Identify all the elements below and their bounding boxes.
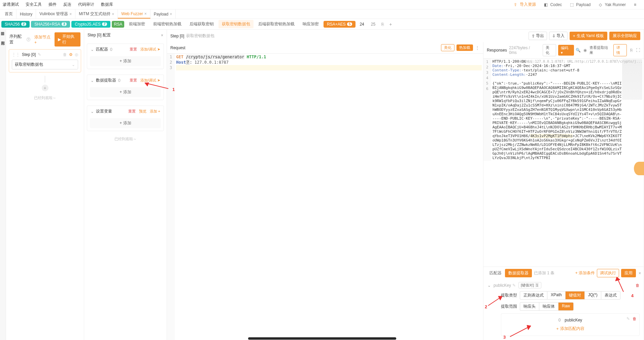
export-button[interactable]: ⇪导出 — [529, 32, 547, 40]
add-variable-button[interactable]: 添加 — [90, 118, 161, 128]
add-debug-link[interactable]: 添加/调试 ➤ — [140, 47, 160, 52]
ptab-backend-get-key[interactable]: 后端获取密钥 — [186, 20, 217, 28]
encode-button[interactable]: 编码 ▾ — [558, 45, 574, 56]
chevron-down-icon[interactable]: ⌄ — [91, 78, 94, 83]
chevron-down-icon[interactable]: ⌄ — [91, 47, 94, 52]
pill-cryptojs-aes[interactable]: CryptoJS.AES7 — [71, 21, 110, 28]
tab-mitm[interactable]: MITM 交互式劫持× — [75, 9, 118, 19]
menu-security-tools[interactable]: 安全工具 — [26, 2, 42, 7]
delete-icon[interactable]: 🗑 — [633, 316, 637, 321]
add-step-button[interactable]: + — [42, 85, 48, 91]
type-expr[interactable]: 表达式 — [601, 291, 620, 299]
collapse-button[interactable] — [631, 2, 641, 8]
beautify-resp-button[interactable]: 美化 — [543, 44, 556, 56]
pill-rsa-aes[interactable]: RSA+AES5 — [324, 21, 355, 28]
import-resource-button[interactable]: 导入资源 — [511, 1, 539, 8]
drag-icon[interactable]: ⋮⋮ — [12, 52, 20, 57]
start-exec-button[interactable]: ▶开始执行 — [55, 32, 80, 47]
menu-database[interactable]: 数据库 — [101, 2, 113, 7]
ptab-frontend-encrypt[interactable]: 前端加密 — [126, 20, 148, 28]
delete-icon[interactable]: 🗑 — [636, 283, 640, 288]
pill-sha256[interactable]: SHA2562 — [1, 21, 30, 28]
reset-link[interactable]: 重置 — [130, 78, 137, 83]
expand-icon[interactable]: ⛶ — [636, 48, 640, 53]
etab-matcher[interactable]: 匹配器 — [486, 269, 505, 277]
close-icon[interactable]: × — [144, 11, 147, 16]
edit-icon[interactable]: ✎ — [626, 316, 630, 321]
add-matcher-button[interactable]: 添加 — [90, 56, 161, 66]
codec-button[interactable]: Codec — [541, 2, 565, 8]
minimap[interactable] — [622, 59, 642, 100]
search-icon[interactable]: 🔍 — [576, 48, 581, 53]
pill-rsa[interactable]: RSA — [112, 21, 124, 28]
type-xpath[interactable]: XPath — [547, 291, 566, 299]
mascot-icon[interactable] — [634, 162, 644, 175]
gear-icon[interactable]: ⚙ — [69, 52, 73, 57]
scope-body[interactable]: 响应体 — [539, 303, 558, 310]
scope-raw[interactable]: Raw — [558, 303, 573, 310]
yak-runner-button[interactable]: Yak Runner — [596, 2, 629, 8]
payload-button[interactable]: Payload — [567, 2, 593, 8]
ptab-backend-key-hotload[interactable]: 后端获取密钥热加载 — [255, 20, 298, 28]
preview-link[interactable]: 预览 — [139, 109, 146, 114]
step-select[interactable]: 获取密钥数据包 ⌄ — [12, 60, 78, 69]
rail-label[interactable]: 序列配置 — [0, 37, 5, 40]
tab-home[interactable]: 首页 — [1, 9, 16, 19]
etab-extractor[interactable]: 数据提取器 — [505, 269, 532, 277]
pill-sha256-rsa[interactable]: SHA256+RSA3 — [31, 21, 70, 28]
close-icon[interactable]: × — [69, 12, 72, 17]
chevron-down-icon[interactable]: ⌄ — [487, 283, 491, 288]
copy-icon[interactable] — [381, 22, 384, 27]
ptab-get-key-packet[interactable]: 获取密钥数据包 — [218, 20, 253, 28]
close-icon[interactable]: × — [170, 12, 172, 17]
menu-pentest[interactable]: 渗透测试 — [3, 2, 19, 7]
tab-payload[interactable]: Payload× — [150, 9, 176, 19]
gen-yaml-button[interactable]: +生成 Yaml 模板 — [570, 32, 607, 40]
debug-exec-button[interactable]: 调试执行 — [597, 269, 619, 277]
type-kv[interactable]: 键值对 — [566, 291, 585, 299]
tab-vulinbox[interactable]: Vulinbox 管理器× — [36, 9, 75, 19]
request-editor[interactable]: 123 GET /crypto/js/rsa/generator HTTP/1.… — [167, 54, 483, 340]
response-body[interactable]: 回溯地址:127.0.0.1:8787; URL:http://127.0.0.… — [483, 59, 644, 267]
ptab-response-encrypt[interactable]: 响应加密 — [299, 20, 322, 28]
help-icon[interactable]: ? — [27, 37, 30, 41]
edit-icon[interactable]: ✎ — [38, 52, 41, 57]
close-icon[interactable]: × — [161, 33, 163, 38]
target-icon[interactable]: ◎ — [75, 52, 78, 57]
add-condition-link[interactable]: + 添加条件 — [575, 270, 595, 276]
chrome-icon[interactable]: ◉ — [583, 48, 587, 53]
chevron-down-icon[interactable]: ⌄ — [91, 109, 94, 114]
add-tab-icon[interactable] — [389, 22, 392, 27]
ptab-frontend-key-hotload[interactable]: 前端密钥热加载 — [150, 20, 185, 28]
add-match-link[interactable]: + 添加匹配内容 — [505, 326, 635, 332]
import-button[interactable]: ⇩导入 — [549, 32, 568, 40]
menu-icon[interactable]: ⋮ — [475, 45, 480, 50]
scrollbar[interactable] — [248, 337, 396, 340]
close-icon[interactable]: × — [639, 271, 641, 276]
type-jq[interactable]: JQ(*) — [585, 291, 601, 299]
show-all-resp-button[interactable]: 展示全部响应 — [609, 32, 640, 40]
tab-web-fuzzer[interactable]: Web Fuzzer× — [118, 9, 150, 19]
rail-qr-icon[interactable]: ▦ — [1, 31, 5, 36]
add-extractor-button[interactable]: 添加 — [90, 87, 161, 97]
add-link[interactable]: 添加 + — [150, 109, 160, 114]
edit-icon[interactable]: ✎ — [512, 283, 516, 288]
beautify-button[interactable]: 美化 — [441, 44, 454, 51]
menu-code-audit[interactable]: 代码审计 — [78, 2, 94, 7]
extract-name[interactable]: publicKey ✎ — [494, 283, 516, 288]
add-debug-link[interactable]: 添加/调试 ➤ — [140, 78, 160, 83]
scope-header[interactable]: 响应头 — [520, 303, 539, 310]
close-icon[interactable]: × — [112, 12, 114, 17]
page-24[interactable]: 24 — [357, 22, 367, 27]
menu-reverse[interactable]: 反连 — [63, 2, 71, 7]
page-25[interactable]: 25 — [368, 22, 378, 27]
hotload-button[interactable]: 热加载 — [456, 44, 473, 51]
detail-button[interactable]: 详情 — [613, 44, 627, 56]
apply-button[interactable]: 应用 — [621, 269, 636, 277]
copy-icon[interactable]: ⎘ — [629, 48, 634, 53]
menu-plugins[interactable]: 插件 — [48, 2, 57, 7]
delete-icon[interactable]: 🗑 — [63, 52, 67, 57]
reset-link[interactable]: 重置 — [130, 47, 137, 52]
type-regex[interactable]: 正则表达式 — [520, 291, 547, 299]
view-result-link[interactable]: 查看提取结果 — [589, 45, 612, 55]
